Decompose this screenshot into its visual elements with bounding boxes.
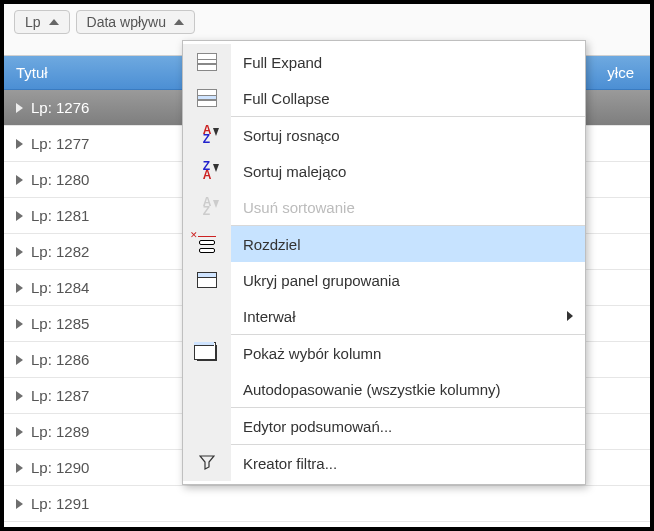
group-row[interactable]: Lp: 1291 bbox=[4, 486, 650, 522]
expand-icon[interactable] bbox=[16, 103, 23, 113]
group-row-label: Lp: 1286 bbox=[31, 351, 89, 368]
group-row-label: Lp: 1277 bbox=[31, 135, 89, 152]
app-frame: Lp Data wpływu Tytuł yłce Lp: 1276 Lp: 1… bbox=[4, 4, 650, 527]
menu-filter-wizard[interactable]: Kreator filtra... bbox=[183, 445, 585, 481]
column-chooser-icon bbox=[183, 335, 231, 371]
group-row-label: Lp: 1291 bbox=[31, 495, 89, 512]
expand-icon[interactable] bbox=[16, 319, 23, 329]
sort-asc-icon bbox=[49, 19, 59, 25]
expand-icon[interactable] bbox=[16, 283, 23, 293]
group-chip-data[interactable]: Data wpływu bbox=[76, 10, 195, 34]
menu-sort-desc[interactable]: ZA Sortuj malejąco bbox=[183, 153, 585, 189]
expand-icon[interactable] bbox=[16, 499, 23, 509]
menu-clear-sort: AZ Usuń sortowanie bbox=[183, 189, 585, 225]
expand-icon[interactable] bbox=[16, 175, 23, 185]
group-row-label: Lp: 1289 bbox=[31, 423, 89, 440]
blank-icon bbox=[183, 371, 231, 407]
sort-desc-icon: ZA bbox=[183, 153, 231, 189]
panel-icon bbox=[183, 262, 231, 298]
expand-icon[interactable] bbox=[16, 139, 23, 149]
group-row-label: Lp: 1276 bbox=[31, 99, 89, 116]
expand-icon[interactable] bbox=[16, 211, 23, 221]
group-row-label: Lp: 1290 bbox=[31, 459, 89, 476]
menu-full-expand[interactable]: Full Expand bbox=[183, 44, 585, 80]
expand-icon[interactable] bbox=[16, 427, 23, 437]
sort-asc-icon bbox=[174, 19, 184, 25]
ungroup-icon bbox=[183, 226, 231, 262]
blank-icon bbox=[183, 408, 231, 444]
menu-full-collapse[interactable]: Full Collapse bbox=[183, 80, 585, 116]
column-header-right[interactable]: yłce bbox=[607, 64, 634, 81]
blank-icon bbox=[183, 298, 231, 334]
expand-icon[interactable] bbox=[16, 247, 23, 257]
menu-summary-editor[interactable]: Edytor podsumowań... bbox=[183, 408, 585, 444]
menu-hide-group-panel[interactable]: Ukryj panel grupowania bbox=[183, 262, 585, 298]
expand-icon[interactable] bbox=[16, 463, 23, 473]
group-chip-lp[interactable]: Lp bbox=[14, 10, 70, 34]
group-row-label: Lp: 1284 bbox=[31, 279, 89, 296]
context-menu: Full Expand Full Collapse AZ Sortuj rosn… bbox=[182, 40, 586, 485]
group-row-label: Lp: 1285 bbox=[31, 315, 89, 332]
group-row-label: Lp: 1282 bbox=[31, 243, 89, 260]
collapse-rows-icon bbox=[183, 80, 231, 116]
group-chip-label: Data wpływu bbox=[87, 14, 166, 30]
sort-asc-icon: AZ bbox=[183, 117, 231, 153]
group-row-label: Lp: 1287 bbox=[31, 387, 89, 404]
clear-sort-icon: AZ bbox=[183, 189, 231, 225]
menu-sort-asc[interactable]: AZ Sortuj rosnąco bbox=[183, 117, 585, 153]
expand-icon[interactable] bbox=[16, 391, 23, 401]
group-row-label: Lp: 1281 bbox=[31, 207, 89, 224]
expand-icon[interactable] bbox=[16, 355, 23, 365]
funnel-icon bbox=[183, 445, 231, 481]
group-chip-label: Lp bbox=[25, 14, 41, 30]
menu-column-chooser[interactable]: Pokaż wybór kolumn bbox=[183, 335, 585, 371]
menu-autofit[interactable]: Autodopasowanie (wszystkie kolumny) bbox=[183, 371, 585, 407]
submenu-arrow-icon bbox=[567, 311, 573, 321]
group-row-label: Lp: 1280 bbox=[31, 171, 89, 188]
menu-interval[interactable]: Interwał bbox=[183, 298, 585, 334]
menu-ungroup[interactable]: Rozdziel bbox=[183, 226, 585, 262]
expand-rows-icon bbox=[183, 44, 231, 80]
